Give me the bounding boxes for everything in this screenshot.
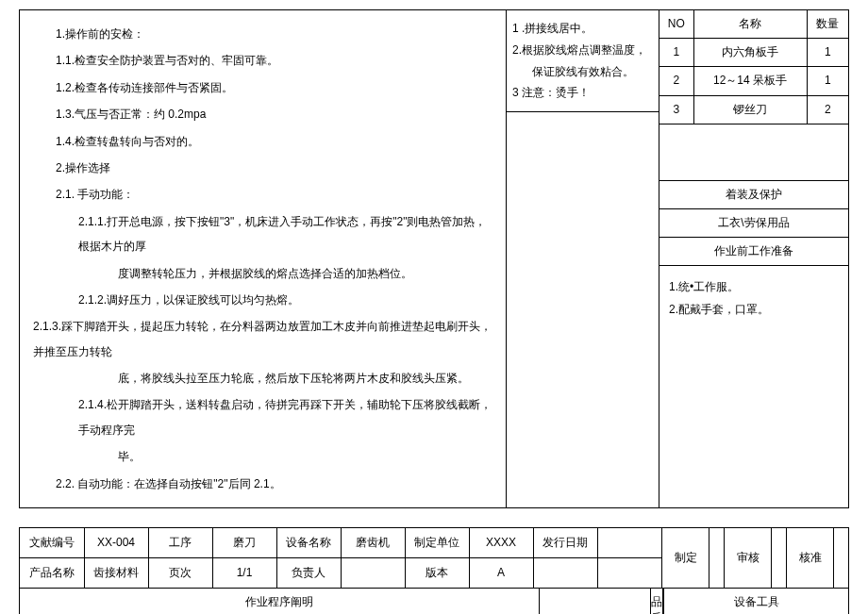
val: [341, 558, 405, 589]
blank-area: [659, 124, 848, 181]
line: 2.1.3.踩下脚踏开头，提起压力转轮，在分料器两边放置加工木皮并向前推进垫起电…: [33, 314, 492, 364]
line: 1.2.检查各传动连接部件与否紧固。: [33, 75, 492, 100]
lbl: 制定单位: [405, 528, 469, 558]
blank-area: [507, 112, 659, 507]
note-line: 1 .拼接线居中。: [512, 18, 653, 40]
line: 1.操作前的安检：: [33, 22, 492, 46]
val: 磨刀: [212, 528, 276, 558]
lbl: 产品名称: [20, 558, 84, 589]
header-table: 文献编号 XX-004 工序 磨刀 设备名称 磨齿机 制定单位 XXXX 发行日…: [20, 528, 661, 589]
line: 2.2. 自动功能：在选择自动按钮"2"后同 2.1。: [33, 472, 492, 496]
note-line: 3 注意：烫手！: [512, 82, 653, 104]
check-val: [772, 528, 787, 589]
dress-label: 着装及保护: [659, 181, 848, 209]
tools-table: NO 名称 数量 1 内六角板手 1 2 12～14 呆板手 1 3 锣丝刀 2: [659, 10, 848, 124]
cell-name: 内六角板手: [693, 39, 807, 67]
cell-no: 3: [659, 95, 693, 124]
approve-val: [834, 528, 848, 589]
lbl: 工序: [148, 528, 212, 558]
top-section: 1.操作前的安检： 1.1.检查安全防护装置与否对的、牢固可靠。 1.2.检查各…: [19, 9, 849, 508]
val: A: [469, 558, 533, 589]
val: [597, 558, 661, 589]
header-row: 文献编号 XX-004 工序 磨刀 设备名称 磨齿机 制定单位 XXXX 发行日…: [20, 528, 848, 589]
val: 1/1: [212, 558, 276, 589]
val: [597, 528, 661, 558]
tool-label: 设备工具: [664, 589, 848, 614]
th-qty: 数量: [807, 10, 848, 39]
cell-qty: 1: [807, 67, 848, 95]
lbl: 文献编号: [20, 528, 84, 558]
hdr-row2: 产品名称 齿接材料 页次 1/1 负责人 版本 A: [20, 558, 661, 589]
val: 齿接材料: [84, 558, 148, 589]
cloth-label: 工衣\劳保用品: [659, 209, 848, 238]
lbl: 负责人: [276, 558, 341, 589]
lbl: 发行日期: [533, 528, 597, 558]
val: 磨齿机: [341, 528, 405, 558]
th-name: 名称: [693, 10, 807, 39]
prep-label: 作业前工作准备: [659, 238, 848, 266]
table-header: NO 名称 数量: [659, 10, 848, 39]
cell-no: 2: [659, 67, 693, 95]
make-val: [709, 528, 725, 589]
th-no: NO: [659, 10, 693, 39]
cell-name: 12～14 呆板手: [693, 67, 807, 95]
prep-text: 1.统•工作服。 2.配戴手套，口罩。: [659, 266, 848, 507]
cell-qty: 2: [807, 95, 848, 124]
quality-label: 品质注意事项: [651, 589, 663, 614]
bottom-section: 文献编号 XX-004 工序 磨刀 设备名称 磨齿机 制定单位 XXXX 发行日…: [19, 527, 849, 614]
lbl: 设备名称: [276, 528, 341, 558]
val: XX-004: [84, 528, 148, 558]
line: 2.1.2.调好压力，以保证胶线可以均匀热熔。: [33, 288, 492, 312]
prep-line: 2.配戴手套，口罩。: [669, 298, 839, 321]
approve-label: 核准: [787, 528, 834, 589]
prep-line: 1.统•工作服。: [669, 275, 839, 298]
lbl: 版本: [405, 558, 469, 589]
tools-column: NO 名称 数量 1 内六角板手 1 2 12～14 呆板手 1 3 锣丝刀 2…: [659, 10, 848, 507]
procedure-text: 1.操作前的安检： 1.1.检查安全防护装置与否对的、牢固可靠。 1.2.检查各…: [20, 10, 507, 507]
cell-no: 1: [659, 39, 693, 67]
ops-label: 作业程序阐明: [20, 589, 540, 614]
blank: [540, 589, 651, 614]
subheader-row: 作业程序阐明 品质注意事项 设备工具: [20, 589, 848, 614]
table-row: 1 内六角板手 1: [659, 39, 848, 67]
note-line: 保证胶线有效粘合。: [512, 61, 653, 83]
line: 1.3.气压与否正常：约 0.2mpa: [33, 102, 492, 126]
table-row: 2 12～14 呆板手 1: [659, 67, 848, 95]
line: 2.操作选择: [33, 156, 492, 180]
line: 底，将胶线头拉至压力轮底，然后放下压轮将两片木皮和胶线头压紧。: [33, 366, 492, 390]
val: XXXX: [469, 528, 533, 558]
line: 1.4.检查转盘转向与否对的。: [33, 129, 492, 154]
line: 1.1.检查安全防护装置与否对的、牢固可靠。: [33, 48, 492, 73]
line: 度调整转轮压力，并根据胶线的熔点选择合适的加热档位。: [33, 261, 492, 286]
cell-qty: 1: [807, 39, 848, 67]
line: 毕。: [33, 444, 492, 469]
header-right: 制定 审核 核准: [661, 528, 848, 589]
line: 2.1.4.松开脚踏开头，送料转盘启动，待拼完再踩下开关，辅助轮下压将胶线截断，…: [33, 392, 492, 442]
lbl: [533, 558, 597, 589]
make-label: 制定: [662, 528, 709, 589]
line: 2.1. 手动功能：: [33, 182, 492, 207]
hdr-row1: 文献编号 XX-004 工序 磨刀 设备名称 磨齿机 制定单位 XXXX 发行日…: [20, 528, 661, 558]
lbl: 页次: [148, 558, 212, 589]
check-label: 审核: [725, 528, 772, 589]
notes-text: 1 .拼接线居中。 2.根据胶线熔点调整温度， 保证胶线有效粘合。 3 注意：烫…: [507, 10, 659, 112]
line: 2.1.1.打开总电源，按下按钮"3"，机床进入手动工作状态，再按"2"则电热管…: [33, 209, 492, 259]
cell-name: 锣丝刀: [693, 95, 807, 124]
notes-column: 1 .拼接线居中。 2.根据胶线熔点调整温度， 保证胶线有效粘合。 3 注意：烫…: [507, 10, 659, 507]
table-row: 3 锣丝刀 2: [659, 95, 848, 124]
note-line: 2.根据胶线熔点调整温度，: [512, 40, 653, 61]
header-left: 文献编号 XX-004 工序 磨刀 设备名称 磨齿机 制定单位 XXXX 发行日…: [20, 528, 661, 589]
